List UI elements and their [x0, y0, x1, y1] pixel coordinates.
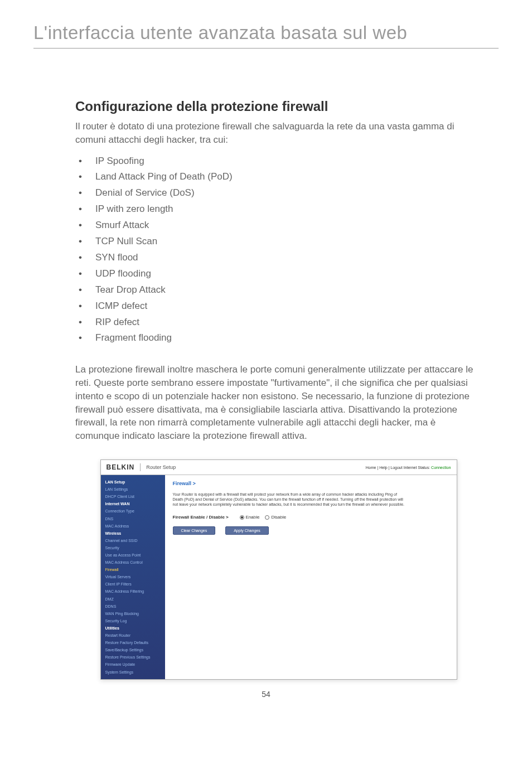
radio-enable[interactable]: Enable: [240, 515, 260, 520]
sidebar-item-restart-router[interactable]: Restart Router: [101, 632, 165, 639]
sidebar-cat-lan-setup[interactable]: LAN Setup: [101, 478, 165, 486]
sidebar-item-lan-settings[interactable]: LAN Settings: [101, 486, 165, 493]
sidebar-cat-wireless[interactable]: Wireless: [101, 530, 165, 537]
sidebar-item-mac-address[interactable]: MAC Address: [101, 522, 165, 530]
sidebar-item-use-as-ap[interactable]: Use as Access Point: [101, 551, 165, 559]
status-connection: Connection: [431, 466, 451, 469]
body-text: La protezione firewall inoltre maschera …: [75, 363, 482, 443]
list-item: Denial of Service (DoS): [75, 185, 482, 201]
sidebar-item-channel-ssid[interactable]: Channel and SSID: [101, 537, 165, 544]
radio-dot-icon: [265, 515, 269, 520]
router-screenshot: BELKIN Router Setup Home | Help | Logout…: [100, 459, 457, 680]
section-title: Configurazione della protezione firewall: [75, 99, 482, 114]
toggle-label: Firewall Enable / Disable >: [173, 515, 234, 520]
radio-enable-label: Enable: [246, 515, 260, 520]
sidebar-cat-utilities[interactable]: Utilities: [101, 625, 165, 632]
sidebar-item-dmz[interactable]: DMZ: [101, 596, 165, 603]
clear-changes-button[interactable]: Clear Changes: [173, 526, 216, 535]
intro-text: Il router è dotato di una protezione fir…: [75, 120, 482, 147]
radio-disable-label: Disable: [271, 515, 286, 520]
breadcrumb: Firewall >: [173, 481, 449, 486]
list-item: Land Attack Ping of Death (PoD): [75, 169, 482, 185]
sidebar-item-client-ip-filters[interactable]: Client IP Filters: [101, 580, 165, 588]
sidebar-item-ddns[interactable]: DDNS: [101, 603, 165, 610]
main-section: Configurazione della protezione firewall…: [75, 99, 482, 680]
ss-header: BELKIN Router Setup Home | Help | Logout…: [101, 460, 457, 475]
list-item: TCP Null Scan: [75, 234, 482, 250]
belkin-logo: BELKIN: [107, 463, 141, 471]
sidebar-item-connection-type[interactable]: Connection Type: [101, 507, 165, 515]
attack-list: IP Spoofing Land Attack Ping of Death (P…: [75, 153, 482, 347]
sidebar-item-mac-filtering[interactable]: MAC Address Filtering: [101, 588, 165, 595]
radio-disable[interactable]: Disable: [265, 515, 286, 520]
sidebar-item-firewall[interactable]: Firewall: [101, 566, 165, 573]
list-item: SYN flood: [75, 250, 482, 266]
sidebar-item-virtual-servers[interactable]: Virtual Servers: [101, 573, 165, 580]
header-links[interactable]: Home | Help | Logout Internet Status: Co…: [366, 466, 451, 469]
radio-dot-icon: [240, 515, 244, 520]
page-header-title: L'interfaccia utente avanzata basata sul…: [33, 22, 499, 49]
sidebar-item-wan-ping-blocking[interactable]: WAN Ping Blocking: [101, 610, 165, 617]
sidebar-item-firmware-update[interactable]: Firmware Update: [101, 661, 165, 668]
sidebar-item-restore-defaults[interactable]: Restore Factory Defaults: [101, 639, 165, 646]
button-row: Clear Changes Apply Changes: [173, 526, 449, 535]
list-item: Smurf Attack: [75, 217, 482, 234]
list-item: Fragment flooding: [75, 330, 482, 346]
ss-sidebar: LAN Setup LAN Settings DHCP Client List …: [101, 475, 165, 679]
sidebar-item-system-settings[interactable]: System Settings: [101, 669, 165, 676]
list-item: Tear Drop Attack: [75, 282, 482, 298]
sidebar-item-dhcp-client-list[interactable]: DHCP Client List: [101, 493, 165, 500]
list-item: IP with zero length: [75, 201, 482, 217]
list-item: RIP defect: [75, 314, 482, 331]
sidebar-cat-internet-wan[interactable]: Internet WAN: [101, 500, 165, 507]
sidebar-item-save-backup[interactable]: Save/Backup Settings: [101, 646, 165, 653]
list-item: ICMP defect: [75, 298, 482, 314]
sidebar-item-security-log[interactable]: Security Log: [101, 617, 165, 625]
sidebar-item-dns[interactable]: DNS: [101, 515, 165, 522]
page-number: 54: [33, 690, 499, 699]
list-item: IP Spoofing: [75, 153, 482, 170]
ss-content: Firewall > Your Router is equipped with …: [165, 475, 457, 679]
sidebar-item-security[interactable]: Security: [101, 544, 165, 551]
firewall-description: Your Router is equipped with a firewall …: [173, 492, 407, 507]
apply-changes-button[interactable]: Apply Changes: [225, 526, 268, 535]
list-item: UDP flooding: [75, 266, 482, 282]
ss-body: LAN Setup LAN Settings DHCP Client List …: [101, 475, 457, 679]
router-setup-label: Router Setup: [141, 464, 176, 470]
header-links-text: Home | Help | Logout Internet Status:: [366, 466, 431, 469]
sidebar-item-mac-control[interactable]: MAC Address Control: [101, 559, 165, 566]
sidebar-item-restore-previous[interactable]: Restore Previous Settings: [101, 653, 165, 661]
firewall-toggle-row: Firewall Enable / Disable > Enable Disab…: [173, 515, 449, 520]
